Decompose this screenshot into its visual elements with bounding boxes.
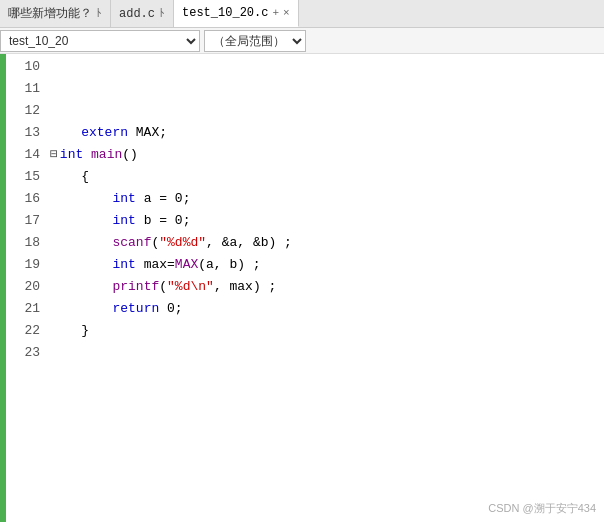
plain-token	[50, 232, 112, 254]
fn-token: printf	[112, 276, 159, 298]
line-number: 10	[6, 56, 40, 78]
line-number: 22	[6, 320, 40, 342]
plain-token: , &a, &b) ;	[206, 232, 292, 254]
tab-label: add.c	[119, 7, 155, 21]
tab-test1020c[interactable]: test_10_20.c + ×	[174, 0, 299, 27]
plain-token	[50, 254, 112, 276]
plain-token: }	[50, 320, 89, 342]
code-area: extern MAX;⊟int main() { int a = 0; int …	[46, 54, 604, 522]
plain-token: {	[50, 166, 89, 188]
plain-token: MAX;	[128, 122, 167, 144]
fn-token: main	[91, 144, 122, 166]
str-token: "‌%d\n"	[167, 276, 214, 298]
macro-token: MAX	[175, 254, 198, 276]
code-line: int max=MAX(a, b) ;	[50, 254, 604, 276]
line-number: 21	[6, 298, 40, 320]
kw-token: int	[60, 144, 83, 166]
plain-token: , max) ;	[214, 276, 276, 298]
tab-pin-icon[interactable]: +	[272, 7, 279, 19]
line-number: 18	[6, 232, 40, 254]
line-number: 11	[6, 78, 40, 100]
plain-token: 0;	[159, 298, 182, 320]
tab-label: test_10_20.c	[182, 6, 268, 20]
collapse-icon[interactable]: ⊟	[50, 144, 58, 166]
line-number: 19	[6, 254, 40, 276]
code-line: int b = 0;	[50, 210, 604, 232]
breadcrumb-select[interactable]: test_10_20	[0, 30, 200, 52]
kw-token: extern	[50, 122, 128, 144]
tab-bar: 哪些新增功能？ ﾄ add.c ﾄ test_10_20.c + ×	[0, 0, 604, 28]
fn-token: scanf	[112, 232, 151, 254]
tab-whats-new[interactable]: 哪些新增功能？ ﾄ	[0, 0, 111, 27]
tab-close-icon[interactable]: ×	[283, 7, 290, 19]
plain-token	[50, 298, 112, 320]
plain-token	[50, 188, 112, 210]
plain-token	[50, 276, 112, 298]
tab-close-icon[interactable]: ﾄ	[96, 7, 102, 20]
watermark: CSDN @溯于安宁434	[488, 501, 596, 516]
plain-token	[50, 210, 112, 232]
plain-token: (	[151, 232, 159, 254]
plain-token: ()	[122, 144, 138, 166]
code-line	[50, 78, 604, 100]
plain-token: a = 0;	[136, 188, 191, 210]
plain-token: (	[159, 276, 167, 298]
code-line: }	[50, 320, 604, 342]
line-number: 17	[6, 210, 40, 232]
scope-select[interactable]: （全局范围）	[204, 30, 306, 52]
line-number: 20	[6, 276, 40, 298]
code-line: printf("‌%d\n", max) ;	[50, 276, 604, 298]
plain-token: b = 0;	[136, 210, 191, 232]
line-number: 16	[6, 188, 40, 210]
plain-token: max=	[136, 254, 175, 276]
line-numbers: 1011121314151617181920212223	[6, 54, 46, 522]
code-line: return 0;	[50, 298, 604, 320]
code-line: scanf("‌%d%d", &a, &b) ;	[50, 232, 604, 254]
line-number: 12	[6, 100, 40, 122]
code-line: ⊟int main()	[50, 144, 604, 166]
plain-token	[83, 144, 91, 166]
line-number: 14	[6, 144, 40, 166]
line-number: 23	[6, 342, 40, 364]
tab-label: 哪些新增功能？	[8, 5, 92, 22]
line-number: 13	[6, 122, 40, 144]
str-token: "‌%d%d"	[159, 232, 206, 254]
toolbar: test_10_20 （全局范围）	[0, 28, 604, 54]
kw-token: int	[112, 210, 135, 232]
kw-token: return	[112, 298, 159, 320]
tab-close-icon[interactable]: ﾄ	[159, 7, 165, 20]
code-line	[50, 342, 604, 364]
code-line: int a = 0;	[50, 188, 604, 210]
editor: 1011121314151617181920212223 extern MAX;…	[0, 54, 604, 522]
code-line: extern MAX;	[50, 122, 604, 144]
code-line	[50, 100, 604, 122]
code-line	[50, 56, 604, 78]
kw-token: int	[112, 254, 135, 276]
plain-token: (a, b) ;	[198, 254, 260, 276]
line-number: 15	[6, 166, 40, 188]
tab-addc[interactable]: add.c ﾄ	[111, 0, 174, 27]
code-line: {	[50, 166, 604, 188]
kw-token: int	[112, 188, 135, 210]
